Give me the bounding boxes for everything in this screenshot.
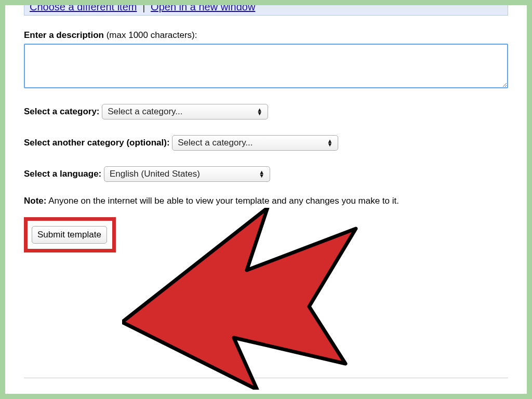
another-category-label: Select another category (optional): xyxy=(24,138,170,148)
top-links-bar: Choose a different item | Open in a new … xyxy=(24,5,508,16)
chevron-up-down-icon: ▲▼ xyxy=(259,170,264,178)
open-new-window-link[interactable]: Open in a new window xyxy=(151,5,255,12)
description-label: Enter a description xyxy=(24,30,104,40)
note-block: Note: Anyone on the internet will be abl… xyxy=(24,194,508,208)
language-select-value: English (United States) xyxy=(110,169,200,179)
note-text: Anyone on the internet will be able to v… xyxy=(46,196,399,206)
chevron-up-down-icon: ▲▼ xyxy=(327,139,332,147)
language-field: Select a language: English (United State… xyxy=(24,163,508,182)
category-select-value: Select a category... xyxy=(108,107,182,117)
another-category-select[interactable]: Select a category... ▲▼ xyxy=(172,135,338,151)
another-category-field: Select another category (optional): Sele… xyxy=(24,132,508,151)
annotation-arrow-icon xyxy=(122,208,366,390)
divider xyxy=(24,378,508,378)
category-select[interactable]: Select a category... ▲▼ xyxy=(102,104,268,119)
category-label: Select a category: xyxy=(24,107,100,116)
description-field: Enter a description (max 1000 characters… xyxy=(24,30,508,88)
chevron-up-down-icon: ▲▼ xyxy=(257,108,262,115)
description-textarea[interactable] xyxy=(24,44,508,88)
language-select[interactable]: English (United States) ▲▼ xyxy=(104,166,270,182)
language-label: Select a language: xyxy=(24,169,101,179)
choose-different-link[interactable]: Choose a different item xyxy=(30,5,137,12)
another-category-select-value: Select a category... xyxy=(178,138,252,148)
description-hint: (max 1000 characters): xyxy=(104,30,197,40)
link-separator: | xyxy=(142,5,145,12)
submit-highlight-box: Submit template xyxy=(24,217,116,252)
submit-template-button[interactable]: Submit template xyxy=(32,226,107,244)
note-label: Note: xyxy=(24,196,46,206)
category-field: Select a category: Select a category... … xyxy=(24,101,508,119)
